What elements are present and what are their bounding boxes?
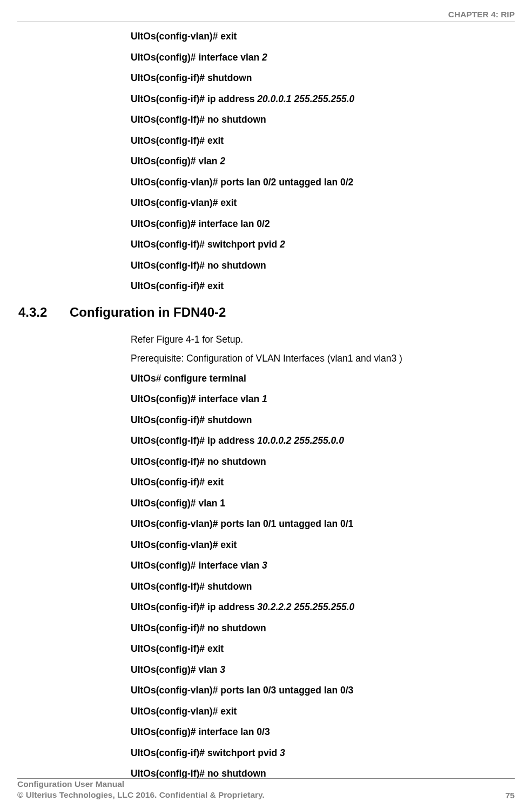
command-prompt: UltOs(config-vlan)# exit: [131, 197, 237, 208]
command-line: UltOs(config-if)# ip address 30.2.2.2 25…: [131, 600, 515, 614]
command-line: UltOs(config-vlan)# exit: [131, 705, 515, 718]
command-line: UltOs(config)# interface vlan 1: [131, 392, 515, 406]
command-line: UltOs(config-vlan)# ports lan 0/2 untagg…: [131, 176, 515, 189]
command-prompt: UltOs(config)# vlan: [131, 664, 220, 675]
command-prompt: UltOs(config)# interface lan 0/2: [131, 218, 270, 229]
command-prompt: UltOs(config-if)# no shutdown: [131, 456, 266, 467]
command-prompt: UltOs(config-if)# switchport pvid: [131, 747, 280, 758]
command-line: UltOs(config-vlan)# ports lan 0/1 untagg…: [131, 517, 515, 531]
command-arg: 3: [220, 664, 225, 675]
command-line: UltOs(config)# interface vlan 2: [131, 51, 515, 64]
command-line: UltOs(config-if)# shutdown: [131, 580, 515, 593]
command-prompt: UltOs(config-vlan)# exit: [131, 31, 237, 42]
footer-manual: Configuration User Manual: [17, 779, 265, 790]
command-prompt: UltOs(config-if)# shutdown: [131, 72, 252, 83]
command-line: UltOs(config-vlan)# ports lan 0/3 untagg…: [131, 684, 515, 697]
command-line: UltOs(config-if)# shutdown: [131, 413, 515, 427]
command-arg: 2: [262, 52, 267, 63]
command-line: UltOs(config-vlan)# exit: [131, 538, 515, 552]
command-line: UltOs(config)# vlan 2: [131, 155, 515, 168]
command-prompt: UltOs(config-if)# exit: [131, 643, 224, 654]
command-line: UltOs(config)# interface vlan 3: [131, 559, 515, 572]
command-line: UltOs(config-vlan)# exit: [131, 30, 515, 43]
page-content: UltOs(config-vlan)# exitUltOs(config)# i…: [17, 30, 515, 776]
command-line: UltOs(config-if)# exit: [131, 134, 515, 148]
command-line: UltOs(config)# vlan 1: [131, 497, 515, 510]
command-line: UltOs(config-if)# exit: [131, 642, 515, 656]
section-heading: 4.3.2Configuration in FDN40-2: [18, 305, 515, 320]
command-line: UltOs(config-if)# no shutdown: [131, 259, 515, 272]
command-block-1: UltOs(config-vlan)# exitUltOs(config)# i…: [131, 30, 515, 293]
command-arg: 2: [220, 156, 225, 166]
footer-left: Configuration User Manual © Ulterius Tec…: [17, 779, 265, 800]
command-line: UltOs(config)# interface lan 0/3: [131, 725, 515, 739]
command-prompt: UltOs(config)# interface vlan: [131, 393, 262, 404]
footer-page-number: 75: [506, 791, 515, 800]
command-prompt: UltOs(config-if)# ip address: [131, 602, 257, 612]
intro-line-2: Prerequisite: Configuration of VLAN Inte…: [131, 353, 515, 364]
command-prompt: UltOs(config-vlan)# ports lan 0/3 untagg…: [131, 685, 353, 696]
chapter-label: CHAPTER 4: RIP: [448, 10, 515, 19]
command-prompt: UltOs(config-if)# exit: [131, 281, 224, 291]
page-header: CHAPTER 4: RIP: [448, 10, 515, 19]
command-prompt: UltOs(config-if)# ip address: [131, 435, 257, 446]
command-line: UltOs(config-if)# shutdown: [131, 71, 515, 85]
command-prompt: UltOs(config-if)# shutdown: [131, 415, 252, 425]
command-arg: 20.0.0.1 255.255.255.0: [257, 94, 354, 104]
command-prompt: UltOs(config)# vlan: [131, 156, 220, 166]
command-line: UltOs(config-if)# no shutdown: [131, 113, 515, 126]
command-prompt: UltOs(config-if)# ip address: [131, 94, 257, 104]
command-arg: 1: [262, 393, 267, 404]
command-arg: 2: [280, 239, 285, 250]
command-line: UltOs(config-if)# switchport pvid 2: [131, 238, 515, 251]
command-line: UltOs(config-if)# no shutdown: [131, 455, 515, 469]
command-block-2: UltOs# configure terminalUltOs(config)# …: [131, 372, 515, 780]
command-line: UltOs(config-if)# exit: [131, 279, 515, 293]
command-prompt: UltOs(config)# interface lan 0/3: [131, 726, 270, 737]
command-prompt: UltOs(config-if)# switchport pvid: [131, 239, 280, 250]
footer-copyright: © Ulterius Technologies, LLC 2016. Confi…: [17, 790, 265, 800]
command-prompt: UltOs# configure terminal: [131, 373, 246, 384]
command-prompt: UltOs(config-vlan)# ports lan 0/2 untagg…: [131, 177, 353, 188]
command-prompt: UltOs(config-if)# exit: [131, 477, 224, 488]
command-prompt: UltOs(config)# interface vlan: [131, 560, 262, 571]
command-line: UltOs(config-if)# ip address 10.0.0.2 25…: [131, 434, 515, 448]
command-line: UltOs(config-vlan)# exit: [131, 196, 515, 210]
command-prompt: UltOs(config-if)# exit: [131, 135, 224, 146]
command-arg: 10.0.0.2 255.255.0.0: [257, 435, 344, 446]
command-prompt: UltOs(config)# vlan 1: [131, 498, 225, 509]
command-line: UltOs(config-if)# ip address 20.0.0.1 25…: [131, 92, 515, 106]
command-line: UltOs(config-if)# no shutdown: [131, 622, 515, 635]
command-line: UltOs(config-if)# exit: [131, 476, 515, 489]
section-title: Configuration in FDN40-2: [70, 305, 226, 319]
command-prompt: UltOs(config-vlan)# ports lan 0/1 untagg…: [131, 518, 353, 529]
command-prompt: UltOs(config-if)# no shutdown: [131, 114, 266, 125]
command-arg: 3: [280, 747, 285, 758]
intro-line-1: Refer Figure 4-1 for Setup.: [131, 334, 515, 345]
command-prompt: UltOs(config-if)# no shutdown: [131, 768, 266, 779]
command-prompt: UltOs(config-vlan)# exit: [131, 539, 237, 550]
page-footer: Configuration User Manual © Ulterius Tec…: [17, 779, 515, 800]
header-rule: [17, 22, 515, 22]
command-line: UltOs(config)# vlan 3: [131, 663, 515, 677]
command-prompt: UltOs(config-vlan)# exit: [131, 706, 237, 717]
command-arg: 3: [262, 560, 267, 571]
command-line: UltOs(config)# interface lan 0/2: [131, 217, 515, 231]
section-number: 4.3.2: [18, 305, 70, 320]
command-prompt: UltOs(config-if)# shutdown: [131, 581, 252, 592]
command-prompt: UltOs(config-if)# no shutdown: [131, 260, 266, 271]
command-prompt: UltOs(config)# interface vlan: [131, 52, 262, 63]
command-arg: 30.2.2.2 255.255.255.0: [257, 602, 354, 612]
command-prompt: UltOs(config-if)# no shutdown: [131, 623, 266, 633]
command-line: UltOs(config-if)# switchport pvid 3: [131, 746, 515, 760]
command-line: UltOs# configure terminal: [131, 372, 515, 385]
